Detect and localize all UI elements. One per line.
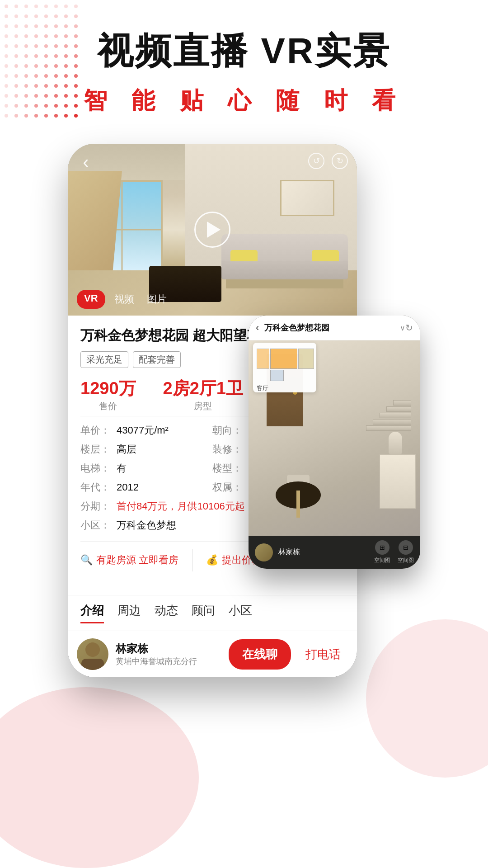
room-image-area[interactable]: ↺ ↻ VR 视频 图片 <box>68 144 357 316</box>
vr-stairs <box>366 349 411 431</box>
hero-title: 视频直播 VR实景 <box>97 27 390 76</box>
space-icon-1: ⊞ <box>375 540 389 555</box>
nav-tab-community[interactable]: 小区 <box>229 603 252 623</box>
small-icon-label-2: 空间图 <box>398 557 414 564</box>
search-icon: 🔍 <box>80 554 93 566</box>
fp-bedroom <box>257 349 269 369</box>
small-refresh-icon[interactable]: ↻ <box>405 322 413 333</box>
agent-info: 林家栋 黄埔中海誉城南充分行 <box>116 642 221 667</box>
stair-1 <box>366 425 411 431</box>
installment-label: 分期： <box>80 500 117 513</box>
year-row: 年代： 2012 <box>80 481 212 494</box>
price-item: 1290万 售价 <box>80 377 136 412</box>
elevator-value: 有 <box>117 462 127 475</box>
play-triangle-icon <box>207 222 221 238</box>
nav-tab-intro[interactable]: 介绍 <box>80 603 104 623</box>
unit-price-row: 单价： 43077元/m² <box>80 424 212 437</box>
media-tabs: VR 视频 图片 <box>77 290 170 309</box>
nav-tabs: 介绍 周边 动态 顾问 小区 <box>68 595 357 631</box>
small-phone-bottom-bar: 林家栋 ⊞ 空间图 ⊟ 空间图 <box>249 536 420 569</box>
elevator-row: 电梯： 有 <box>80 462 212 475</box>
orientation-label: 朝向： <box>212 424 249 437</box>
call-button[interactable]: 打电话 <box>298 639 348 670</box>
tab-video[interactable]: 视频 <box>111 290 138 309</box>
phone-container: ↺ ↻ VR 视频 图片 <box>68 144 420 731</box>
community-label: 小区： <box>80 519 117 532</box>
tag-amenities: 配套完善 <box>133 351 181 368</box>
svg-rect-1 <box>81 659 104 670</box>
floor-row: 楼层： 高层 <box>80 443 212 456</box>
small-icon-btn-2[interactable]: ⊟ 空间图 <box>398 540 414 564</box>
floor-value: 高层 <box>117 443 136 456</box>
coin-icon: 💰 <box>206 554 218 566</box>
tag-lighting: 采光充足 <box>80 351 128 368</box>
action-btn-view[interactable]: 🔍 有匙房源 立即看房 <box>80 549 178 571</box>
rotate-left-icon[interactable]: ↺ <box>308 153 324 169</box>
building-label: 楼型： <box>212 462 249 475</box>
year-value: 2012 <box>117 481 139 493</box>
sofa-legs <box>226 279 343 288</box>
agent-name: 林家栋 <box>116 642 221 656</box>
small-chevron-icon: ∨ <box>400 324 405 332</box>
stair-4 <box>386 406 411 412</box>
installment-value: 首付84万元，月供10106元起 <box>117 500 245 513</box>
room-type-label: 房型 <box>163 400 243 412</box>
stair-2 <box>373 419 411 425</box>
small-back-icon[interactable]: ‹ <box>256 322 259 334</box>
fp-living <box>270 349 297 369</box>
svg-point-0 <box>85 642 100 657</box>
vr-cabinet <box>380 454 416 509</box>
price-label: 售价 <box>80 400 136 412</box>
room-type-item: 2房2厅1卫 房型 <box>163 377 243 412</box>
play-button[interactable] <box>194 212 230 248</box>
stair-5 <box>393 400 411 406</box>
decoration-label: 装修： <box>212 443 249 456</box>
wall-art <box>280 180 334 216</box>
floorplan-overlay: 客厅 <box>253 343 316 392</box>
sofa <box>221 234 348 288</box>
tab-photo[interactable]: 图片 <box>143 290 170 309</box>
agent-avatar <box>77 638 108 670</box>
space-icon-2: ⊟ <box>399 540 413 555</box>
agent-avatar-svg <box>77 638 108 670</box>
nav-tab-nearby[interactable]: 周边 <box>117 603 141 623</box>
sofa-seat <box>221 261 348 279</box>
floorplan-rooms <box>257 346 313 382</box>
hero-subtitle: 智 能 贴 心 随 时 看 <box>84 85 405 117</box>
small-phone-inner: ‹ 万科金色梦想花园 ∨ ↻ 客厅 <box>249 316 420 569</box>
fp-kitchen <box>298 349 314 369</box>
fp-bath <box>270 370 284 381</box>
vr-vase <box>389 432 402 454</box>
agent-company: 黄埔中海誉城南充分行 <box>116 656 221 667</box>
small-phone-title: 万科金色梦想花园 <box>264 322 398 333</box>
small-phone-header: ‹ 万科金色梦想花园 ∨ ↻ <box>249 316 420 340</box>
small-icon-label-1: 空间图 <box>374 557 390 564</box>
nav-tab-advisor[interactable]: 顾问 <box>192 603 215 623</box>
room-type-value: 2房2厅1卫 <box>163 377 243 400</box>
community-value: 万科金色梦想 <box>117 519 176 532</box>
small-agent-name: 林家栋 <box>278 547 369 557</box>
stair-3 <box>380 413 411 418</box>
nav-tab-dynamic[interactable]: 动态 <box>155 603 178 623</box>
small-agent-avatar <box>255 543 273 561</box>
action-btn-divider <box>192 549 192 571</box>
tab-vr[interactable]: VR <box>77 290 105 309</box>
ownership-label: 权属： <box>212 481 249 494</box>
unit-price-value: 43077元/m² <box>117 424 169 437</box>
floorplan-label: 客厅 <box>257 384 313 392</box>
small-icon-btn-1[interactable]: ⊞ 空间图 <box>374 540 390 564</box>
rotate-right-icon[interactable]: ↻ <box>332 153 348 169</box>
vr-round-table <box>276 481 321 518</box>
back-arrow-icon[interactable] <box>77 153 95 171</box>
elevator-label: 电梯： <box>80 462 117 475</box>
vr-table-leg <box>296 491 300 518</box>
agent-bar: 林家栋 黄埔中海誉城南充分行 在线聊 打电话 <box>68 631 357 677</box>
action-view-label: 有匙房源 立即看房 <box>96 553 178 567</box>
rotate-icons: ↺ ↻ <box>308 153 348 169</box>
year-label: 年代： <box>80 481 117 494</box>
unit-price-label: 单价： <box>80 424 117 437</box>
small-action-icons: ⊞ 空间图 ⊟ 空间图 <box>374 540 414 564</box>
floor-label: 楼层： <box>80 443 117 456</box>
chat-button[interactable]: 在线聊 <box>229 639 291 670</box>
page-content: 视频直播 VR实景 智 能 贴 心 随 时 看 <box>0 0 488 731</box>
